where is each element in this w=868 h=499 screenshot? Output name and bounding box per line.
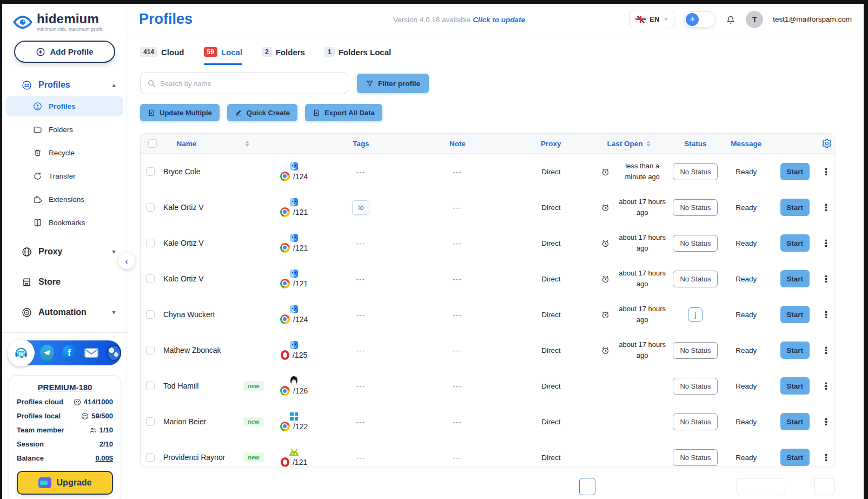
status-chip[interactable]: No Status <box>673 449 718 466</box>
sidebar-item-folders[interactable]: Folders <box>5 119 123 140</box>
tab-local[interactable]: 59 Local <box>204 47 243 65</box>
filter-profile-button[interactable]: Filter profile <box>357 74 429 93</box>
plan-row-value[interactable]: 0.00$ <box>95 454 113 462</box>
message-value: Ready <box>721 168 771 176</box>
select-all-checkbox[interactable] <box>148 139 157 148</box>
plan-row-profiles-local: Profiles local 59/500 <box>17 412 113 420</box>
start-button[interactable]: Start <box>780 342 810 359</box>
sidebar-group-profiles[interactable]: Profiles ▲ <box>2 77 127 93</box>
row-menu-icon[interactable]: ⋮ <box>821 274 831 284</box>
status-chip[interactable]: No Status <box>673 342 718 359</box>
go-to-page-input[interactable] <box>814 478 834 495</box>
rows-per-page-select[interactable] <box>737 478 785 495</box>
column-name[interactable]: Name <box>176 140 196 148</box>
hidemium-eye-logo-icon <box>13 14 32 30</box>
sidebar-item-extensions[interactable]: Extensions <box>5 189 123 209</box>
start-button[interactable]: Start <box>780 270 810 287</box>
profile-name: Kale Ortiz V <box>163 239 204 247</box>
table-row: Kale Ortiz V /121 lo --- Direct about 17… <box>141 189 834 225</box>
last-open-text: about 17 hours ago <box>615 196 670 218</box>
page-number-button[interactable] <box>579 478 595 495</box>
row-checkbox[interactable] <box>146 239 155 247</box>
facebook-icon[interactable]: f <box>62 345 76 361</box>
os-icon <box>289 451 299 456</box>
tab-cloud[interactable]: 414 Cloud <box>140 47 184 65</box>
column-last-open[interactable]: Last Open <box>607 140 643 148</box>
puzzle-icon <box>32 195 42 204</box>
row-menu-icon[interactable]: ⋮ <box>821 310 831 319</box>
app-window: hidemium minimum risk, maximum profit Ad… <box>2 4 864 499</box>
row-checkbox[interactable] <box>146 382 155 390</box>
website-globe-icon[interactable] <box>107 345 121 361</box>
mail-icon[interactable] <box>84 345 98 361</box>
sidebar-group-automation[interactable]: Automation ▼ <box>2 301 127 324</box>
sidebar-collapse-button[interactable]: ‹ <box>118 253 135 269</box>
update-link[interactable]: Click to update <box>473 16 525 24</box>
user-avatar[interactable]: T <box>746 11 763 28</box>
row-checkbox[interactable] <box>146 274 155 283</box>
row-menu-icon[interactable]: ⋮ <box>821 382 831 391</box>
browser-icon <box>280 279 290 288</box>
telegram-icon[interactable] <box>40 345 54 361</box>
start-button[interactable]: Start <box>780 413 810 430</box>
sun-icon: ☀ <box>686 13 699 26</box>
sidebar-group-store[interactable]: Store <box>2 271 127 293</box>
row-checkbox[interactable] <box>146 203 155 212</box>
tab-folders[interactable]: 2 Folders <box>262 47 305 65</box>
row-menu-icon[interactable]: ⋮ <box>821 239 831 248</box>
tab-label: Cloud <box>161 48 184 57</box>
start-button[interactable]: Start <box>780 234 810 252</box>
status-chip[interactable]: No Status <box>673 413 718 430</box>
export-all-data-label: Export All Data <box>324 109 375 117</box>
row-menu-icon[interactable]: ⋮ <box>821 453 831 462</box>
status-chip[interactable]: No Status <box>673 163 718 180</box>
chevron-down-icon: ▼ <box>111 248 117 255</box>
row-menu-icon[interactable]: ⋮ <box>821 346 831 355</box>
support-headset-icon[interactable] <box>8 339 35 366</box>
sort-icon[interactable] <box>245 141 249 147</box>
search-input[interactable] <box>160 80 341 88</box>
plan-row-profiles-cloud: Profiles cloud 414/1000 <box>17 398 113 406</box>
tab-folders-local[interactable]: 1 Folders Local <box>324 47 391 65</box>
status-chip[interactable]: No Status <box>673 271 718 287</box>
tag-chip[interactable]: lo <box>352 200 369 215</box>
row-checkbox[interactable] <box>146 167 155 176</box>
row-checkbox[interactable] <box>146 417 155 426</box>
row-checkbox[interactable] <box>146 346 155 354</box>
add-profile-button[interactable]: Add Profile <box>14 41 115 63</box>
user-email: test1@mailforspam.com <box>773 15 852 23</box>
store-icon <box>22 277 32 287</box>
status-chip[interactable]: No Status <box>673 199 718 216</box>
row-checkbox[interactable] <box>146 453 155 462</box>
row-menu-icon[interactable]: ⋮ <box>821 167 831 176</box>
sidebar-item-recycle[interactable]: Recycle <box>5 142 123 163</box>
sort-icon[interactable] <box>646 141 651 147</box>
status-chip[interactable]: No Status <box>673 378 718 395</box>
row-checkbox[interactable] <box>146 310 155 319</box>
start-button[interactable]: Start <box>780 306 810 323</box>
notifications-bell-icon[interactable] <box>725 14 736 25</box>
start-button[interactable]: Start <box>780 449 810 466</box>
note-empty: --- <box>453 275 462 282</box>
export-all-data-button[interactable]: Export All Data <box>305 104 382 121</box>
row-menu-icon[interactable]: ⋮ <box>821 417 831 426</box>
start-button[interactable]: Start <box>780 163 810 180</box>
table-settings-gear-icon[interactable] <box>818 138 834 149</box>
status-chip[interactable]: No Status <box>673 235 718 252</box>
plan-row-value: 59/500 <box>91 412 113 420</box>
theme-toggle[interactable]: ☀ <box>684 11 715 28</box>
proxy-value: Direct <box>514 275 588 283</box>
status-chip[interactable]: j <box>688 307 703 322</box>
sidebar-item-profiles[interactable]: Profiles <box>5 96 123 116</box>
upgrade-button[interactable]: Upgrade <box>17 471 113 495</box>
sidebar-item-transfer[interactable]: Transfer <box>5 166 123 186</box>
sidebar-item-bookmarks[interactable]: Bookmarks <box>5 212 123 233</box>
update-multiple-button[interactable]: Update Multiple <box>140 104 220 121</box>
quick-create-button[interactable]: Quick Create <box>227 104 297 121</box>
row-menu-icon[interactable]: ⋮ <box>821 203 831 212</box>
start-button[interactable]: Start <box>780 199 810 216</box>
sidebar-group-proxy[interactable]: Proxy ▼ <box>2 240 127 263</box>
start-button[interactable]: Start <box>780 377 810 395</box>
plan-row-label: Balance <box>17 454 44 462</box>
language-selector[interactable]: EN ▼ <box>630 10 674 29</box>
